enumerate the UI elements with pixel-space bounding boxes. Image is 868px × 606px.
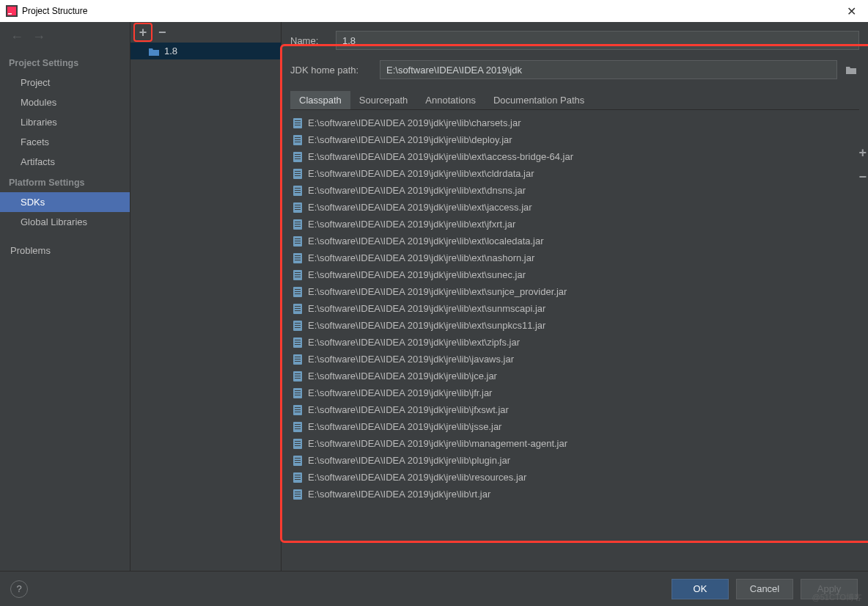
classpath-entry[interactable]: E:\software\IDEA\IDEA 2019\jdk\jre\lib\e… [290,233,859,249]
nav-forward-icon[interactable]: → [32,29,45,45]
classpath-path: E:\software\IDEA\IDEA 2019\jdk\jre\lib\p… [308,453,510,467]
classpath-entry[interactable]: E:\software\IDEA\IDEA 2019\jdk\jre\lib\e… [290,165,859,182]
ok-button[interactable]: OK [672,579,729,599]
jar-icon [293,186,302,196]
add-classpath-button[interactable]: + [854,145,868,161]
name-input[interactable] [336,31,859,50]
svg-rect-64 [295,373,301,374]
tab-sourcepath[interactable]: Sourcepath [350,91,417,109]
jar-icon [293,405,302,415]
svg-rect-40 [295,272,301,273]
svg-rect-56 [295,340,301,340]
svg-rect-70 [295,395,301,395]
sdk-item[interactable]: 1.8 [130,43,281,59]
remove-sdk-button[interactable]: − [155,25,169,40]
classpath-entry[interactable]: E:\software\IDEA\IDEA 2019\jdk\jre\lib\j… [290,351,859,368]
add-highlight: + [133,23,152,42]
classpath-path: E:\software\IDEA\IDEA 2019\jdk\jre\lib\e… [308,234,544,248]
svg-rect-41 [295,274,301,275]
svg-rect-42 [295,277,301,277]
sidebar-item-global-libraries[interactable]: Global Libraries [0,212,130,232]
classpath-entry[interactable]: E:\software\IDEA\IDEA 2019\jdk\jre\lib\e… [290,182,859,199]
classpath-entry[interactable]: E:\software\IDEA\IDEA 2019\jdk\jre\lib\e… [290,317,859,334]
classpath-path: E:\software\IDEA\IDEA 2019\jdk\jre\lib\r… [308,470,526,484]
sidebar-item-libraries[interactable]: Libraries [0,112,130,132]
svg-rect-66 [295,378,301,379]
help-button[interactable]: ? [10,580,28,598]
classpath-entry[interactable]: E:\software\IDEA\IDEA 2019\jdk\jre\lib\e… [290,334,859,351]
svg-rect-61 [295,359,301,359]
jar-icon [293,287,302,297]
cancel-button[interactable]: Cancel [736,579,793,599]
svg-rect-21 [295,190,301,191]
classpath-entry[interactable]: E:\software\IDEA\IDEA 2019\jdk\jre\lib\e… [290,199,859,216]
sidebar-item-facets[interactable]: Facets [0,132,130,152]
svg-rect-62 [295,361,301,362]
app-icon [6,5,18,17]
add-sdk-button[interactable]: + [136,25,150,40]
svg-rect-24 [295,205,301,205]
svg-rect-8 [295,137,301,138]
classpath-entry[interactable]: E:\software\IDEA\IDEA 2019\jdk\jre\lib\j… [290,384,859,401]
nav-back-icon[interactable]: ← [10,29,23,45]
remove-classpath-button[interactable]: − [854,169,868,185]
sidebar-item-problems[interactable]: Problems [0,241,130,260]
classpath-path: E:\software\IDEA\IDEA 2019\jdk\jre\lib\e… [308,150,573,164]
classpath-entry[interactable]: E:\software\IDEA\IDEA 2019\jdk\jre\lib\e… [290,283,859,300]
svg-rect-84 [295,458,301,459]
sidebar-item-sdks[interactable]: SDKs [0,192,130,212]
classpath-entry[interactable]: E:\software\IDEA\IDEA 2019\jdk\jre\lib\m… [290,435,859,452]
tab-classpath[interactable]: Classpath [290,91,350,109]
classpath-path: E:\software\IDEA\IDEA 2019\jdk\jre\lib\e… [308,285,567,299]
classpath-entry[interactable]: E:\software\IDEA\IDEA 2019\jdk\jre\lib\d… [290,131,859,148]
jar-icon [293,456,302,466]
svg-rect-17 [295,173,301,174]
svg-rect-44 [295,289,301,290]
classpath-entry[interactable]: E:\software\IDEA\IDEA 2019\jdk\jre\lib\e… [290,216,859,233]
classpath-entry[interactable]: E:\software\IDEA\IDEA 2019\jdk\jre\lib\e… [290,148,859,165]
svg-rect-94 [295,496,301,497]
svg-rect-38 [295,260,301,260]
classpath-entry[interactable]: E:\software\IDEA\IDEA 2019\jdk\jre\lib\p… [290,452,859,469]
classpath-path: E:\software\IDEA\IDEA 2019\jdk\jre\lib\e… [308,335,520,349]
sidebar-item-project[interactable]: Project [0,73,130,92]
svg-rect-50 [295,310,301,311]
tabs: ClasspathSourcepathAnnotationsDocumentat… [290,91,859,110]
path-input[interactable] [380,60,837,79]
sdk-list-panel: + − 1.8 [130,22,282,571]
svg-rect-22 [295,192,301,193]
svg-rect-33 [295,241,301,241]
close-icon[interactable]: ✕ [841,4,862,18]
classpath-path: E:\software\IDEA\IDEA 2019\jdk\jre\lib\j… [308,386,492,400]
svg-rect-9 [295,139,301,140]
classpath-entry[interactable]: E:\software\IDEA\IDEA 2019\jdk\jre\lib\c… [290,114,859,131]
classpath-entry[interactable]: E:\software\IDEA\IDEA 2019\jdk\jre\lib\e… [290,266,859,283]
classpath-entry[interactable]: E:\software\IDEA\IDEA 2019\jdk\jre\lib\e… [290,300,859,317]
classpath-entry[interactable]: E:\software\IDEA\IDEA 2019\jdk\jre\lib\r… [290,469,859,486]
classpath-entry[interactable]: E:\software\IDEA\IDEA 2019\jdk\jre\lib\j… [290,368,859,384]
sidebar-item-modules[interactable]: Modules [0,92,130,112]
svg-rect-5 [295,123,301,123]
svg-rect-28 [295,222,301,222]
classpath-entry[interactable]: E:\software\IDEA\IDEA 2019\jdk\jre\lib\e… [290,249,859,266]
classpath-list[interactable]: E:\software\IDEA\IDEA 2019\jdk\jre\lib\c… [290,112,859,505]
jar-icon [293,236,302,247]
classpath-entry[interactable]: E:\software\IDEA\IDEA 2019\jdk\jre\lib\j… [290,418,859,435]
classpath-path: E:\software\IDEA\IDEA 2019\jdk\jre\lib\e… [308,251,534,265]
svg-rect-73 [295,409,301,410]
jar-icon [293,219,302,230]
path-label: JDK home path: [290,65,372,76]
watermark: @51CTO博客 [812,592,862,603]
svg-rect-53 [295,325,301,326]
window-title: Project Structure [22,6,87,16]
svg-rect-25 [295,207,301,208]
browse-folder-icon[interactable] [843,62,859,78]
jar-icon [293,439,302,449]
sidebar-item-artifacts[interactable]: Artifacts [0,152,130,172]
classpath-path: E:\software\IDEA\IDEA 2019\jdk\jre\lib\e… [308,217,515,231]
svg-rect-77 [295,426,301,427]
tab-documentation-paths[interactable]: Documentation Paths [485,91,593,109]
classpath-entry[interactable]: E:\software\IDEA\IDEA 2019\jdk\jre\lib\j… [290,401,859,418]
tab-annotations[interactable]: Annotations [416,91,485,109]
classpath-entry[interactable]: E:\software\IDEA\IDEA 2019\jdk\jre\lib\r… [290,486,859,503]
